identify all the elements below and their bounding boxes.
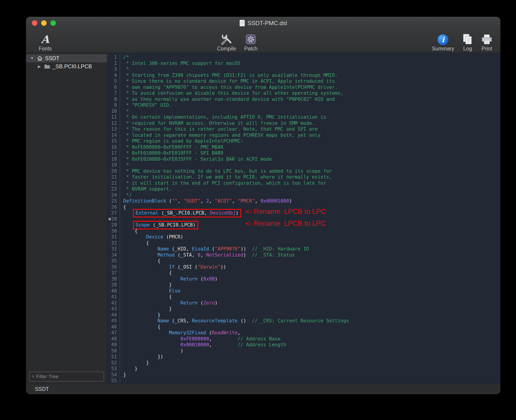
line-number: 45 [107, 318, 120, 324]
print-button[interactable]: Print [481, 32, 493, 52]
code-editor[interactable]: 1/*2 * Intel 300-series PMC support for … [107, 53, 501, 384]
line-number: 11 [107, 114, 120, 120]
line-number: 42 [107, 300, 120, 306]
code-line: 50 ) [107, 348, 501, 354]
code-line: 22 * it will start in the end of PCI con… [107, 180, 501, 186]
code-line-content: } [120, 366, 501, 372]
code-line: 37 { [107, 270, 501, 276]
code-line: 25DefinitionBlock ("", "SSDT", 2, "ACDT"… [107, 198, 501, 204]
line-number: 4 [107, 72, 120, 78]
disclosure-right-icon[interactable]: ▶ [37, 64, 42, 69]
code-line: 20 * PMC device has nothing to do to LPC… [107, 168, 501, 174]
line-number: 49 [107, 342, 120, 348]
line-number: 21 [107, 174, 120, 180]
line-number: 55 [107, 378, 120, 384]
code-line: 53 } [107, 366, 501, 372]
log-button[interactable]: Log [463, 32, 473, 52]
traffic-lights [32, 17, 56, 29]
code-line-content: External (_SB_.PCI0.LPCB, DeviceObj)<- R… [120, 210, 501, 216]
line-number: 5 [107, 78, 120, 84]
code-line: 30 { [107, 228, 501, 234]
code-line-content: { [120, 324, 501, 330]
print-label: Print [481, 46, 492, 52]
line-number: 19 [107, 162, 120, 168]
code-line: 54} [107, 372, 501, 378]
line-number: 6 [107, 84, 120, 90]
code-line: 33 Name (_HID, EisaId ("APP9876")) // _H… [107, 246, 501, 252]
code-line-content: { [120, 228, 501, 234]
code-line-content: Method (_STA, 0, NotSerialized) // _STA:… [120, 252, 501, 258]
compile-button[interactable]: Compile [217, 32, 236, 52]
code-line-content: Return (0x0B) [120, 276, 501, 282]
close-button[interactable] [32, 20, 37, 26]
filter-tree-input[interactable] [36, 374, 101, 380]
code-line: 44 } [107, 312, 501, 318]
code-line-content: Scope (_SB.PCI0.LPCB)<- Rename LPCB to L… [120, 222, 501, 228]
code-line-content: * To avoid confusion we disable this dev… [120, 90, 501, 96]
code-line-content: 0x00010000, // Address Length [120, 342, 501, 348]
line-number: 15 [107, 138, 120, 144]
code-line-content: * own naming "APP9876" to access this de… [120, 84, 501, 90]
code-line: 29 Scope (_SB.PCI0.LPCB)<- Rename LPCB t… [107, 222, 501, 228]
code-line: 42 Return (Zero) [107, 300, 501, 306]
code-line-content: * The reason for this is rather unclear.… [120, 126, 501, 132]
code-line-content: 0xFE000000, // Address Base [120, 336, 501, 342]
line-number: 18 [107, 156, 120, 162]
code-line: 13 * The reason for this is rather uncle… [107, 126, 501, 132]
code-line: 35 { [107, 258, 501, 264]
line-number: 28 [107, 216, 120, 222]
fonts-button[interactable]: A Fonts [39, 32, 52, 52]
code-line-content: * PMC region is used by AppleIntelPCHPMC… [120, 138, 501, 144]
code-line-content: * Starting from Z390 chipsets PMC (D31:F… [120, 72, 501, 78]
code-line: 12 * required for NVRAM access. Otherwis… [107, 120, 501, 126]
tree-item-lpcb[interactable]: ▶ _SB.PCI0.LPCB [26, 62, 107, 71]
code-line: 17 * 0xFE010000~0xFE010FFF - SPI BAR0 [107, 150, 501, 156]
code-line-content: * [120, 108, 501, 114]
code-line-content: * Intel 300-series PMC support for macOS [120, 60, 501, 67]
line-number: 20 [107, 168, 120, 174]
filter-tree-field[interactable] [29, 372, 104, 382]
code-line: 51 }) [107, 354, 501, 360]
line-number: 44 [107, 312, 120, 318]
compile-label: Compile [217, 46, 236, 52]
home-icon [37, 56, 43, 61]
title-bar[interactable]: SSDT-PMC.dsl [26, 17, 501, 29]
line-number: 38 [107, 276, 120, 282]
patch-label: Patch [244, 46, 258, 52]
search-icon [32, 374, 34, 379]
code-line: 5 * Since there is no standard device fo… [107, 78, 501, 84]
tree-item-ssdt[interactable]: ▼ SSDT [26, 54, 107, 62]
code-line-content: * 0xFE020000~0xFE035FFF - SerialIo BAR i… [120, 156, 501, 162]
line-number: 40 [107, 288, 120, 294]
code-line: 38 Return (0x0B) [107, 276, 501, 282]
zoom-button[interactable] [50, 20, 56, 26]
summary-button[interactable]: i Summary [432, 32, 454, 52]
summary-label: Summary [432, 46, 454, 52]
line-number: 29 [107, 222, 120, 228]
line-number: 39 [107, 282, 120, 288]
code-line-content: Return (Zero) [120, 300, 501, 306]
line-number: 12 [107, 120, 120, 126]
line-number: 47 [107, 330, 120, 336]
tree-item-label: SSDT [45, 55, 60, 61]
code-line-content: * as they normally use another non-stand… [120, 96, 501, 102]
line-number: 14 [107, 132, 120, 138]
status-bar: SSDT [26, 384, 501, 394]
line-number: 9 [107, 102, 120, 108]
line-number: 41 [107, 294, 120, 300]
code-line-content: Memory32Fixed (ReadWrite, [120, 330, 501, 336]
line-number: 33 [107, 246, 120, 252]
maciasl-window: SSDT-PMC.dsl A Fonts Comp [26, 17, 501, 394]
line-number: 1 [107, 54, 120, 60]
code-line-content: * NVRAM support. [120, 186, 501, 192]
line-number: 51 [107, 354, 120, 360]
disclosure-down-icon[interactable]: ▼ [30, 56, 35, 60]
code-line: 43 } [107, 306, 501, 312]
code-line-content: }) [120, 354, 501, 360]
code-line-content: } [120, 360, 501, 366]
patch-gear-icon [245, 32, 257, 45]
minimize-button[interactable] [41, 20, 46, 26]
patch-button[interactable]: Patch [244, 32, 258, 52]
line-number: 2 [107, 60, 120, 67]
line-number: 54 [107, 372, 120, 378]
